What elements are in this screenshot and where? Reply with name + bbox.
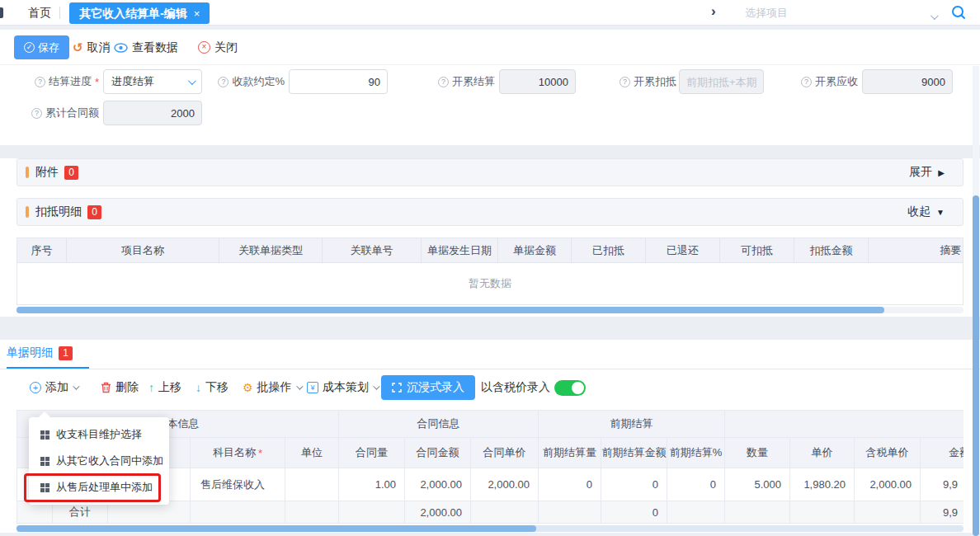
cum-settlement-input (499, 69, 576, 94)
tab-close-icon[interactable]: × (194, 7, 200, 20)
chevron-down-icon[interactable] (931, 10, 936, 22)
horizontal-scrollbar-thumb[interactable] (16, 307, 884, 313)
cancel-button[interactable]: ↺取消 (73, 30, 111, 65)
move-down-button[interactable]: ↓下移 (196, 369, 229, 406)
empty-data-placeholder: 暂无数据 (17, 263, 963, 304)
column-header[interactable]: 前期结算金额 (601, 438, 667, 468)
menu-item-add-from-other-income-contract[interactable]: 从其它收入合同中添加 (29, 448, 169, 474)
check-circle-icon: ✓ (24, 42, 35, 53)
undo-icon: ↺ (73, 40, 83, 55)
column-header[interactable]: 已退还 (646, 238, 720, 263)
column-header[interactable]: 前期结算量 (539, 438, 601, 468)
tab-active-label: 其它收入结算单-编辑 (79, 7, 187, 20)
menu-item-maintain-subject[interactable]: 收支科目维护选择 (29, 421, 169, 448)
column-header[interactable]: 数量 (725, 438, 790, 468)
contract-price-cell[interactable]: 2,000.00 (471, 468, 539, 501)
column-header[interactable]: 单据发生日期 (422, 238, 498, 263)
menu-item-add-from-aftersales-order[interactable]: 从售后处理单中添加 (29, 474, 169, 501)
cum-contract-input (103, 101, 202, 125)
total-contract-amount: 2,000.00 (405, 501, 471, 524)
column-header[interactable]: 可扣抵 (720, 238, 794, 263)
view-data-button[interactable]: 查看数据 (114, 30, 178, 65)
tax-price-cell[interactable]: 2,000.00 (855, 468, 921, 501)
group-current (725, 411, 964, 438)
help-icon[interactable]: ? (801, 77, 812, 87)
cost-plan-button[interactable]: ¥成本策划 (307, 369, 378, 406)
prev-pct-cell[interactable]: 0 (667, 468, 725, 501)
horizontal-scrollbar-track[interactable] (16, 307, 964, 313)
delete-button[interactable]: 删除 (101, 369, 139, 406)
search-icon[interactable] (950, 4, 967, 21)
detail-toolbar: +添加 删除 ↑上移 ↓下移 ⚙批操作 ¥成本策划 沉浸式录入 以含税价录入 (0, 369, 980, 406)
cum-receivable-input (862, 69, 953, 94)
gear-icon: ⚙ (243, 381, 253, 394)
column-header[interactable]: 关联单据类型 (219, 238, 323, 263)
save-button[interactable]: ✓保存 (14, 35, 69, 59)
column-header[interactable]: 序号 (17, 238, 67, 263)
column-header[interactable]: 合同金额 (405, 438, 471, 468)
project-select-input[interactable] (737, 2, 936, 24)
tab-active-document[interactable]: 其它收入结算单-编辑× (69, 2, 210, 24)
expand-panel-chevron-icon[interactable]: › (711, 3, 716, 20)
deduction-title: 扣抵明细 (35, 205, 82, 219)
tax-entry-toggle[interactable] (554, 380, 586, 396)
help-icon[interactable]: ? (35, 77, 45, 87)
move-up-button[interactable]: ↑上移 (148, 369, 181, 406)
vertical-scrollbar-thumb[interactable] (973, 195, 979, 536)
plus-circle-icon: + (30, 382, 41, 393)
unit-cell[interactable] (285, 468, 339, 501)
field-label-cum-contract: ?累计合同额 (0, 101, 99, 125)
column-header[interactable]: 科目名称* (191, 438, 285, 468)
field-label-payment-pct: ?收款约定% (186, 69, 285, 94)
add-button[interactable]: +添加 (30, 369, 78, 406)
prev-qty-cell[interactable]: 0 (539, 468, 601, 501)
divider-band (0, 145, 980, 158)
help-icon[interactable]: ? (31, 108, 42, 119)
group-contract-info: 合同信息 (339, 411, 539, 438)
deduction-table: 序号 项目名称 关联单据类型 关联单号 单据发生日期 单据金额 已扣抵 已退还 … (16, 237, 964, 305)
field-label-cum-deduction: ?开累扣抵 (586, 69, 676, 94)
column-header[interactable]: 单价 (790, 438, 855, 468)
qty-cell[interactable]: 5.000 (725, 468, 790, 501)
price-cell[interactable]: 1,980.20 (790, 468, 855, 501)
column-header[interactable]: 合同单价 (471, 438, 539, 468)
total-label: 合计 (53, 501, 108, 524)
column-header[interactable]: 扣抵金额 (794, 238, 869, 263)
chevron-down-icon (73, 383, 79, 389)
batch-ops-button[interactable]: ⚙批操作 (243, 369, 301, 406)
column-header[interactable]: 已扣抵 (572, 238, 646, 263)
column-header[interactable]: 前期结算% (667, 438, 725, 468)
column-header[interactable]: 金额 (921, 438, 964, 468)
fullscreen-brackets-icon (392, 383, 402, 393)
column-header[interactable]: 合同量 (339, 438, 405, 468)
attachments-section-bar: 附件 0 展开▶ (16, 158, 964, 186)
toggle-knob (572, 382, 584, 394)
immersive-entry-button[interactable]: 沉浸式录入 (381, 375, 475, 400)
column-header[interactable]: 单据金额 (498, 238, 572, 263)
subject-cell[interactable]: 售后维保收入 (191, 468, 285, 501)
contract-qty-cell[interactable]: 1.00 (339, 468, 405, 501)
triangle-down-icon: ▼ (936, 208, 945, 217)
column-header[interactable]: 关联单号 (323, 238, 422, 263)
horizontal-scrollbar-thumb[interactable] (16, 525, 536, 532)
column-header[interactable]: 摘要 (869, 238, 964, 263)
prev-amount-cell[interactable]: 0 (601, 468, 667, 501)
column-header[interactable]: 单位 (285, 438, 339, 468)
column-header[interactable]: 项目名称 (67, 238, 219, 263)
tab-detail-lines[interactable]: 单据明细 1 (7, 346, 73, 360)
amount-cell[interactable]: 9,9 (921, 468, 964, 501)
help-icon[interactable]: ? (218, 77, 229, 87)
horizontal-scrollbar-track[interactable] (16, 525, 964, 532)
tab-home[interactable]: 首页 (16, 0, 63, 25)
form-area: ?结算进度* 进度结算 ?收款约定% ?开累结算 ?开累扣抵 ?开累应收 ?累计… (0, 66, 980, 145)
deduction-collapse-button[interactable]: 收起▼ (907, 205, 945, 219)
add-dropdown-menu: 收支科目维护选择 从其它收入合同中添加 从售后处理单中添加 (29, 417, 169, 505)
help-icon[interactable]: ? (438, 77, 449, 87)
attachments-expand-button[interactable]: 展开▶ (909, 165, 945, 180)
contract-amount-cell[interactable]: 2,000.00 (405, 468, 471, 501)
arrow-up-icon: ↑ (148, 381, 154, 394)
help-icon[interactable]: ? (620, 77, 630, 87)
column-header[interactable]: 含税单价 (855, 438, 921, 468)
close-button[interactable]: ×关闭 (198, 30, 238, 65)
payment-pct-input[interactable] (289, 69, 388, 94)
